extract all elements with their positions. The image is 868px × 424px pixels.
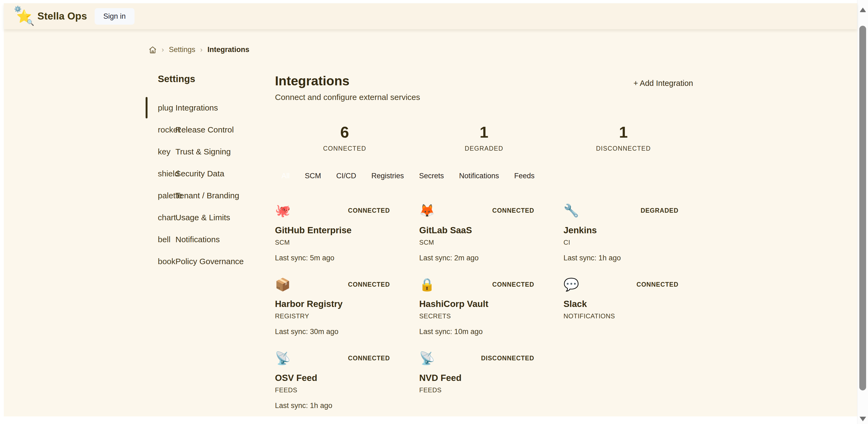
stats-row: 6 CONNECTED 1 DEGRADED 1 DISCONNECTED <box>275 123 693 152</box>
integration-card[interactable]: 💬 CONNECTED Slack NOTIFICATIONS <box>563 277 708 336</box>
integration-icon: 📡 <box>419 351 435 366</box>
integration-name: HashiCorp Vault <box>419 299 563 309</box>
panel-header: Integrations Connect and configure exter… <box>275 73 693 102</box>
status-badge: CONNECTED <box>492 207 534 214</box>
card-header: 🔧 DEGRADED <box>563 203 678 219</box>
card-header: 🦊 CONNECTED <box>419 203 534 219</box>
sidebar-item-label: Integrations <box>176 103 218 112</box>
integrations-panel: Integrations Connect and configure exter… <box>275 73 693 410</box>
breadcrumb: › Settings › Integrations <box>149 45 857 54</box>
breadcrumb-item-current: Integrations <box>208 45 249 54</box>
integration-icon: 🔧 <box>563 203 579 219</box>
sidebar-item-icon: palette <box>158 191 176 200</box>
integration-card[interactable]: 🐙 CONNECTED GitHub Enterprise SCM Last s… <box>275 203 419 262</box>
sidebar-item-icon: book <box>158 257 176 266</box>
integration-name: NVD Feed <box>419 373 563 383</box>
integration-card[interactable]: 📦 CONNECTED Harbor Registry REGISTRY Las… <box>275 277 419 336</box>
integration-card[interactable]: 📡 CONNECTED OSV Feed FEEDS Last sync: 1h… <box>275 351 419 410</box>
sidebar-item-label: Trust & Signing <box>176 147 231 156</box>
status-badge: CONNECTED <box>348 355 390 362</box>
card-header: 📡 CONNECTED <box>275 351 390 366</box>
stat-card: 6 CONNECTED <box>275 123 414 152</box>
integration-name: OSV Feed <box>275 373 419 383</box>
integration-card[interactable]: 🔒 CONNECTED HashiCorp Vault SECRETS Last… <box>419 277 563 336</box>
sidebar-item-label: Tenant / Branding <box>176 191 239 200</box>
status-badge: DISCONNECTED <box>481 355 534 362</box>
integration-icon: 🦊 <box>419 203 435 219</box>
integration-category: SECRETS <box>419 313 563 320</box>
filter-tab[interactable]: Secrets <box>419 172 444 180</box>
filter-tab[interactable]: CI/CD <box>336 172 356 180</box>
sidebar-item[interactable]: bell Notifications <box>158 228 275 250</box>
sidebar-item-icon: rocket <box>158 125 176 134</box>
last-sync: Last sync: 30m ago <box>275 328 419 336</box>
brand-logo-icon: ⭐ ⚙️ 🔍 <box>16 8 33 25</box>
sidebar-item[interactable]: rocket Release Control <box>158 119 275 141</box>
integration-category: SCM <box>275 239 419 246</box>
sidebar-item-label: Security Data <box>176 169 224 178</box>
card-header: 📦 CONNECTED <box>275 277 390 293</box>
integration-icon: 📦 <box>275 277 290 293</box>
scrollbar-thumb[interactable] <box>859 26 866 390</box>
integration-icon: 🐙 <box>275 203 290 219</box>
page-subtitle: Connect and configure external services <box>275 93 420 102</box>
status-badge: CONNECTED <box>348 207 390 214</box>
filter-tab[interactable]: All <box>281 172 289 180</box>
add-integration-button[interactable]: + Add Integration <box>633 79 693 88</box>
app-header: ⭐ ⚙️ 🔍 Stella Ops Sign in <box>4 3 857 29</box>
integration-cards: 🐙 CONNECTED GitHub Enterprise SCM Last s… <box>275 203 693 410</box>
brand: ⭐ ⚙️ 🔍 Stella Ops <box>16 8 87 25</box>
sidebar-item[interactable]: palette Tenant / Branding <box>158 185 275 206</box>
stat-value: 6 <box>275 123 414 141</box>
sidebar-item-icon: plug <box>158 103 176 112</box>
integration-category: FEEDS <box>419 386 563 394</box>
sidebar-item-label: Usage & Limits <box>176 213 230 222</box>
sidebar-item[interactable]: shield Security Data <box>158 163 275 185</box>
integration-card[interactable]: 🔧 DEGRADED Jenkins CI Last sync: 1h ago <box>563 203 708 262</box>
sidebar-nav: plug Integrations rocket Release Control… <box>158 97 275 272</box>
integration-icon: 📡 <box>275 351 290 366</box>
integration-category: CI <box>563 239 708 246</box>
magnifier-icon: 🔍 <box>27 20 34 26</box>
sidebar-item-label: Notifications <box>176 235 220 244</box>
app-window: ⭐ ⚙️ 🔍 Stella Ops Sign in › Settings › I… <box>4 3 857 416</box>
filter-tabs: All SCM CI/CD Registries Secrets Notific… <box>281 172 693 180</box>
integration-card[interactable]: 🦊 CONNECTED GitLab SaaS SCM Last sync: 2… <box>419 203 563 262</box>
integration-name: Harbor Registry <box>275 299 419 309</box>
scroll-down-button[interactable] <box>860 417 866 421</box>
card-header: 💬 CONNECTED <box>563 277 678 293</box>
last-sync: Last sync: 1h ago <box>275 401 419 410</box>
filter-tab[interactable]: Feeds <box>514 172 534 180</box>
stat-card: 1 DISCONNECTED <box>554 123 693 152</box>
stat-label: DEGRADED <box>414 145 554 152</box>
gear-icon: ⚙️ <box>14 6 22 12</box>
status-badge: CONNECTED <box>492 281 534 288</box>
brand-title: Stella Ops <box>37 10 87 22</box>
sidebar-item[interactable]: key Trust & Signing <box>158 141 275 163</box>
integration-name: GitLab SaaS <box>419 225 563 235</box>
last-sync: Last sync: 1h ago <box>563 254 708 262</box>
filter-tab[interactable]: Registries <box>372 172 404 180</box>
integration-card[interactable]: 📡 DISCONNECTED NVD Feed FEEDS <box>419 351 563 410</box>
scrollbar[interactable] <box>857 0 868 424</box>
sidebar-item[interactable]: plug Integrations <box>158 97 275 119</box>
sign-in-button[interactable]: Sign in <box>95 8 134 25</box>
filter-tab[interactable]: Notifications <box>459 172 499 180</box>
scroll-up-button[interactable] <box>860 8 866 12</box>
breadcrumb-item-settings[interactable]: Settings <box>169 45 195 54</box>
sidebar-item-label: Release Control <box>176 125 234 134</box>
integration-name: Slack <box>563 299 708 309</box>
integration-category: SCM <box>419 239 563 246</box>
last-sync: Last sync: 5m ago <box>275 254 419 262</box>
sidebar-item-icon: key <box>158 147 176 156</box>
home-icon[interactable] <box>149 46 157 54</box>
card-header: 🔒 CONNECTED <box>419 277 534 293</box>
last-sync: Last sync: 10m ago <box>419 328 563 336</box>
sidebar-item[interactable]: chart Usage & Limits <box>158 206 275 228</box>
filter-tab[interactable]: SCM <box>305 172 321 180</box>
card-header: 🐙 CONNECTED <box>275 203 390 219</box>
sidebar-item[interactable]: book Policy Governance <box>158 250 275 272</box>
integration-icon: 💬 <box>563 277 579 293</box>
stat-value: 1 <box>554 123 693 141</box>
status-badge: DEGRADED <box>641 207 678 214</box>
